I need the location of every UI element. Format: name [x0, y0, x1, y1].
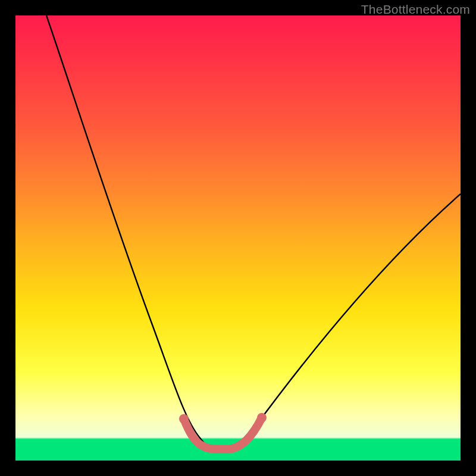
watermark-text: TheBottleneck.com — [361, 2, 470, 17]
curve-layer — [15, 15, 461, 461]
bottleneck-curve — [46, 15, 461, 449]
outer-frame: TheBottleneck.com — [0, 0, 476, 476]
plot-area — [15, 15, 461, 461]
highlight-band — [184, 418, 262, 449]
highlight-end-right — [257, 413, 267, 422]
highlight-end-left — [179, 414, 189, 424]
